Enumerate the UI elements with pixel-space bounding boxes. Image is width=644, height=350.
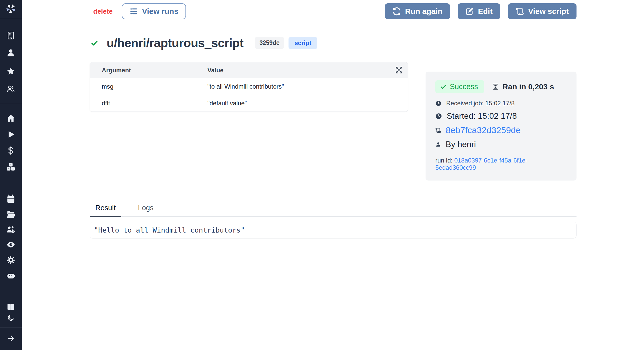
title-row: u/henri/rapturous_script 3259de script [90, 36, 577, 50]
table-row: msg "to all Windmill contributors" [90, 78, 408, 95]
view-script-button[interactable]: View script [508, 3, 577, 19]
sidebar-divider [0, 328, 22, 328]
sidebar-item-theme-toggle[interactable] [0, 314, 22, 322]
robot-icon [6, 271, 15, 280]
status-badge: Success [435, 80, 484, 93]
home-icon [6, 114, 15, 123]
run-again-button[interactable]: Run again [385, 3, 450, 19]
column-header-value: Value [207, 67, 408, 74]
scroll-icon [435, 127, 441, 133]
sidebar-collapse-toggle[interactable] [0, 334, 22, 343]
sidebar-divider [0, 104, 22, 104]
column-header-argument: Argument [90, 67, 207, 74]
job-status-panel: Success Ran in 0,203 s Rec [426, 72, 577, 181]
star-icon [6, 67, 15, 76]
sidebar-item-workspace[interactable] [0, 31, 22, 40]
tab-result[interactable]: Result [90, 204, 121, 217]
hourglass-icon [492, 83, 499, 90]
sidebar-item-favorites[interactable] [0, 67, 22, 76]
table-row: dflt "default value" [90, 95, 408, 112]
header-actions: delete View runs Run again [90, 3, 577, 19]
script-type-badge: script [289, 37, 317, 49]
maximize-icon [395, 66, 403, 74]
page-title: u/henri/rapturous_script [107, 36, 243, 50]
edit-icon [465, 7, 474, 15]
tab-logs[interactable]: Logs [132, 204, 159, 217]
duration-label: Ran in 0,203 s [503, 82, 554, 91]
sidebar-item-resources[interactable] [0, 162, 22, 172]
sidebar-item-settings[interactable] [0, 255, 22, 265]
sidebar [0, 0, 22, 350]
scroll-icon [516, 7, 524, 15]
status-label: Success [450, 82, 478, 91]
check-icon [440, 83, 447, 90]
play-icon [6, 130, 15, 139]
by-row: By henri [435, 140, 567, 149]
script-hash-row: 8eb7fca32d3259de [435, 125, 567, 135]
edit-button[interactable]: Edit [458, 3, 500, 19]
run-id-label: run id: [435, 157, 454, 164]
user-icon [6, 48, 15, 57]
view-runs-label: View runs [142, 7, 178, 16]
windmill-logo[interactable] [0, 3, 22, 14]
dollar-icon [6, 146, 15, 155]
clock-icon [435, 113, 442, 119]
sidebar-item-audit-logs[interactable] [0, 240, 22, 249]
eye-icon [6, 240, 15, 249]
result-output: "Hello to all Windmill contributors" [90, 222, 577, 238]
sidebar-item-home[interactable] [0, 114, 22, 123]
argument-value: "default value" [207, 100, 408, 107]
book-open-icon [6, 302, 15, 312]
argument-name: dflt [90, 100, 207, 107]
delete-link[interactable]: delete [93, 7, 113, 15]
list-icon [130, 7, 138, 15]
success-check-icon [91, 39, 98, 47]
run-id-row: run id: 018a0397-6c1e-f45a-6f1e-5edad360… [435, 157, 567, 171]
sidebar-item-runs[interactable] [0, 130, 22, 139]
received-label: Received job: 15:02 17/8 [446, 100, 515, 107]
sidebar-item-docs[interactable] [0, 302, 22, 312]
by-label: By henri [446, 140, 476, 149]
argument-name: msg [90, 83, 207, 90]
started-row: Started: 15:02 17/8 [435, 111, 567, 121]
result-tabs: Result Logs [90, 204, 577, 217]
sidebar-item-folders[interactable] [0, 210, 22, 219]
view-runs-button[interactable]: View runs [122, 3, 186, 19]
refresh-icon [393, 7, 401, 15]
sidebar-item-openai[interactable] [0, 271, 22, 280]
moon-icon [7, 314, 15, 322]
edit-label: Edit [478, 7, 493, 16]
sidebar-item-user[interactable] [0, 48, 22, 57]
run-again-label: Run again [405, 7, 442, 16]
table-header: Argument Value [90, 62, 408, 78]
arrow-right-icon [7, 334, 15, 343]
users-gear-icon [6, 225, 15, 234]
hash-badge: 3259de [255, 37, 284, 49]
users-icon [6, 84, 15, 93]
user-icon [435, 142, 441, 147]
sidebar-divider [0, 18, 22, 18]
folder-open-icon [6, 210, 15, 219]
arguments-table: Argument Value msg "to all Windmill cont… [90, 62, 408, 112]
received-row: Received job: 15:02 17/8 [435, 100, 567, 107]
sidebar-item-schedules[interactable] [0, 194, 22, 204]
sidebar-item-variables[interactable] [0, 146, 22, 155]
gear-icon [6, 255, 15, 265]
sidebar-item-groups[interactable] [0, 84, 22, 93]
building-icon [6, 31, 15, 40]
argument-value: "to all Windmill contributors" [207, 83, 408, 90]
boxes-icon [6, 162, 15, 172]
sidebar-item-workers[interactable] [0, 225, 22, 234]
clock-icon [435, 100, 442, 106]
calendar-icon [6, 194, 15, 204]
script-hash-link[interactable]: 8eb7fca32d3259de [446, 125, 521, 135]
main-content: delete View runs Run again [90, 0, 577, 238]
expand-table-button[interactable] [394, 66, 404, 75]
view-script-label: View script [528, 7, 569, 16]
started-label: Started: 15:02 17/8 [447, 111, 517, 121]
